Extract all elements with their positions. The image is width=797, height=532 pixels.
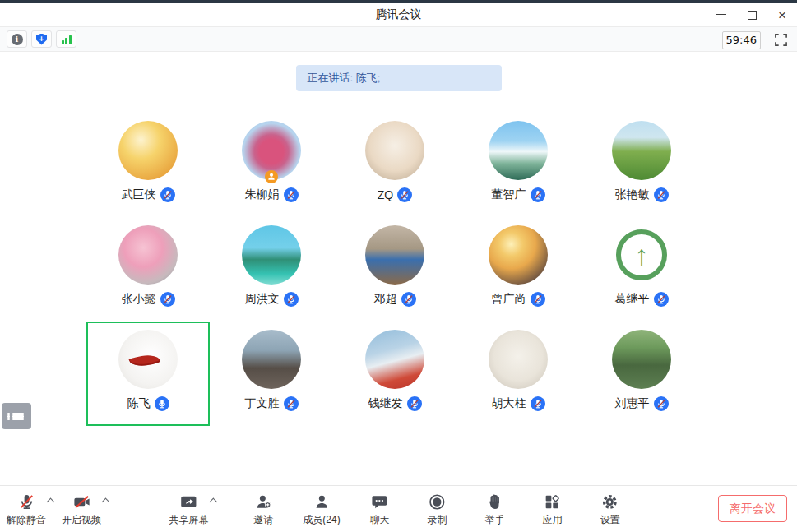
- chevron-up-icon[interactable]: [102, 498, 110, 507]
- participant-name-row: 刘惠平: [615, 396, 669, 411]
- toolbar-button-apps[interactable]: 应用: [535, 486, 571, 532]
- toolbar-item-wrap: 解除静音: [7, 486, 62, 532]
- participant-tile[interactable]: ↑ 葛继平: [580, 217, 703, 322]
- maximize-button[interactable]: [745, 8, 758, 21]
- participant-name: 钱继发: [368, 396, 403, 411]
- fullscreen-icon: [774, 33, 788, 47]
- fullscreen-button[interactable]: [772, 32, 789, 49]
- participant-name: 周洪文: [245, 292, 280, 307]
- share-screen-icon: [179, 493, 198, 511]
- participant-tile[interactable]: 朱柳娟: [210, 113, 333, 217]
- toolbar-button-mic-off[interactable]: 解除静音: [7, 486, 46, 532]
- participant-tile[interactable]: 胡大柱: [456, 322, 580, 426]
- participant-tile[interactable]: 曾广尚: [456, 217, 580, 322]
- toolbar-button-record[interactable]: 录制: [419, 486, 456, 532]
- mic-status-icon: [654, 187, 669, 202]
- participant-name: 武巨侠: [122, 187, 156, 202]
- leave-meeting-button[interactable]: 离开会议: [718, 495, 787, 522]
- toolbar-button-share-screen[interactable]: 共享屏幕: [169, 486, 208, 532]
- members-icon: [313, 493, 331, 511]
- toolbar-button-raise-hand[interactable]: 举手: [477, 486, 513, 532]
- participant-list-toggle-button[interactable]: [2, 403, 31, 429]
- participant-tile[interactable]: 刘惠平: [580, 322, 703, 426]
- chevron-up-icon[interactable]: [47, 498, 55, 507]
- minimize-button[interactable]: [715, 8, 728, 21]
- close-button[interactable]: ×: [776, 8, 789, 21]
- toolbar-item-wrap: 成员(24): [303, 486, 340, 532]
- avatar: [242, 330, 301, 389]
- participant-grid: 武巨侠 朱柳娟: [86, 113, 703, 426]
- participant-tile[interactable]: 武巨侠: [86, 113, 210, 217]
- toolbar-item-wrap: 共享屏幕: [169, 486, 224, 532]
- avatar: [489, 330, 548, 389]
- participant-tile[interactable]: 陈飞: [86, 322, 210, 426]
- participant-tile[interactable]: 丁文胜: [210, 322, 333, 426]
- meeting-info-buttons: i +: [7, 30, 76, 48]
- participant-name-row: 张小懿: [122, 292, 175, 307]
- participant-name-row: 武巨侠: [122, 187, 175, 202]
- meeting-info-right: 59:46: [722, 27, 789, 53]
- participant-name-row: 邓超: [374, 292, 416, 307]
- window-controls: ×: [715, 3, 789, 26]
- toolbar-item-wrap: 邀请: [245, 486, 281, 532]
- toolbar-item-wrap: 录制: [419, 486, 456, 532]
- mic-off-icon: [17, 493, 36, 511]
- participant-name: 陈飞: [127, 396, 151, 411]
- participant-name-row: 董智广: [492, 187, 545, 202]
- mic-status-icon: [531, 396, 545, 411]
- avatar: [118, 225, 178, 285]
- minimize-icon: [716, 13, 726, 15]
- mic-status-icon: [284, 187, 299, 202]
- avatar: [118, 330, 178, 389]
- meeting-info-bar: i + 59:46: [0, 26, 797, 52]
- mic-status-icon: [531, 187, 545, 202]
- participant-name-row: 陈飞: [127, 396, 169, 411]
- chat-icon: [370, 493, 389, 511]
- mic-status-icon: [407, 396, 422, 411]
- info-icon: i: [12, 34, 23, 45]
- participant-tile[interactable]: 钱继发: [333, 322, 456, 426]
- title-bar: 腾讯会议 ×: [0, 3, 797, 26]
- toolbar-button-chat[interactable]: 聊天: [362, 486, 398, 532]
- mic-status-icon: [397, 187, 412, 202]
- participant-tile[interactable]: 周洪文: [210, 217, 333, 322]
- participant-tile[interactable]: 董智广: [456, 113, 580, 217]
- camera-off-icon: [72, 493, 91, 511]
- avatar: [365, 225, 424, 285]
- chevron-up-icon[interactable]: [209, 498, 217, 507]
- avatar: [242, 121, 301, 180]
- close-icon: ×: [778, 8, 786, 22]
- participant-name-row: 葛继平: [615, 292, 669, 307]
- avatar: [365, 330, 424, 389]
- participant-tile[interactable]: ZQ: [333, 113, 456, 217]
- participant-name: 朱柳娟: [245, 187, 280, 202]
- avatar: ↑: [612, 225, 671, 285]
- toolbar-button-members[interactable]: 成员(24): [303, 486, 340, 532]
- meeting-window: 腾讯会议 × i + 59:46 正在讲话: 陈飞;: [0, 0, 797, 532]
- avatar-glyph: ↑: [616, 229, 667, 280]
- avatar: [612, 121, 671, 180]
- participant-tile[interactable]: 张艳敏: [580, 113, 703, 217]
- participant-name-row: 朱柳娟: [245, 187, 299, 202]
- participant-name: 张小懿: [122, 292, 156, 307]
- toolbar-item-wrap: 应用: [535, 486, 571, 532]
- toolbar-button-invite[interactable]: 邀请: [245, 486, 281, 532]
- mic-status-icon: [160, 292, 175, 307]
- participant-name: 葛继平: [615, 292, 650, 307]
- participant-tile[interactable]: 张小懿: [86, 217, 210, 322]
- mic-status-icon: [284, 396, 299, 411]
- participant-tile[interactable]: 邓超: [333, 217, 456, 322]
- toolbar-item-wrap: 开启视频: [62, 486, 117, 532]
- toolbar-item-wrap: 聊天: [362, 486, 398, 532]
- mic-status-icon: [401, 292, 416, 307]
- toolbar-button-settings[interactable]: 设置: [592, 486, 628, 532]
- list-icon: [7, 413, 31, 420]
- meeting-security-button[interactable]: +: [31, 30, 52, 48]
- network-quality-button[interactable]: [56, 30, 76, 48]
- mic-status-icon: [155, 396, 169, 411]
- toolbar-button-camera-off[interactable]: 开启视频: [62, 486, 101, 532]
- speaking-banner-text: 正在讲话: 陈飞;: [308, 71, 381, 86]
- leaf-decoration: [129, 350, 161, 371]
- mic-status-icon: [284, 292, 299, 307]
- meeting-info-button[interactable]: i: [7, 30, 27, 48]
